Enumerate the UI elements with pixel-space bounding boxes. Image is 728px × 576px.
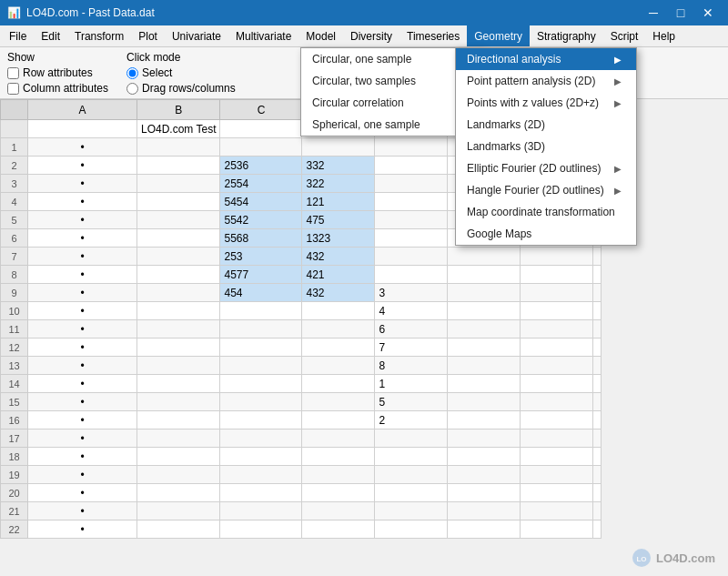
title-bar-controls[interactable]: ─ □ ✕ [641, 0, 721, 25]
menu-item-diversity[interactable]: Diversity [343, 25, 399, 46]
table-cell[interactable] [593, 357, 602, 375]
col-header-B[interactable]: B [137, 100, 220, 120]
table-cell[interactable]: • [28, 502, 137, 520]
table-cell[interactable] [448, 520, 521, 539]
table-cell[interactable]: 421 [302, 266, 375, 284]
menu-item-transform[interactable]: Transform [67, 25, 131, 46]
table-cell[interactable] [375, 229, 448, 248]
table-cell[interactable]: • [28, 520, 137, 539]
table-cell[interactable] [521, 411, 593, 429]
geometry-menu-item-3[interactable]: Landmarks (2D) [456, 114, 636, 136]
table-cell[interactable]: 475 [302, 211, 375, 229]
menu-item-help[interactable]: Help [645, 25, 682, 46]
table-cell[interactable] [137, 375, 220, 393]
geometry-menu-item-1[interactable]: Point pattern analysis (2D)▶ [456, 70, 636, 92]
maximize-button[interactable]: □ [668, 0, 693, 25]
table-cell[interactable] [521, 266, 593, 284]
table-cell[interactable] [220, 429, 302, 448]
table-cell[interactable] [137, 302, 220, 320]
table-cell[interactable] [220, 484, 302, 502]
table-cell[interactable] [137, 320, 220, 339]
col-header-C[interactable]: C [220, 100, 302, 120]
geometry-menu-item-6[interactable]: Hangle Fourier (2D outlines)▶ [456, 179, 636, 201]
row-attrs-checkbox[interactable] [7, 67, 19, 79]
table-cell[interactable]: • [28, 375, 137, 393]
geometry-menu-item-0[interactable]: Directional analysis▶ [456, 48, 636, 70]
table-cell[interactable]: 2536 [220, 157, 302, 175]
table-cell[interactable]: 2 [375, 411, 448, 429]
table-cell[interactable] [375, 502, 448, 520]
table-cell[interactable] [593, 429, 602, 448]
table-cell[interactable]: 432 [302, 284, 375, 302]
table-cell[interactable] [302, 302, 375, 320]
table-cell[interactable]: 454 [220, 284, 302, 302]
table-cell[interactable] [302, 357, 375, 375]
table-cell[interactable] [593, 266, 602, 284]
table-cell[interactable] [448, 411, 521, 429]
table-cell[interactable] [220, 393, 302, 411]
table-cell[interactable] [375, 248, 448, 266]
geometry-menu-item-8[interactable]: Google Maps [456, 223, 636, 245]
table-cell[interactable] [521, 284, 593, 302]
table-cell[interactable] [448, 248, 521, 266]
table-cell[interactable] [593, 448, 602, 466]
table-cell[interactable] [137, 229, 220, 248]
table-cell[interactable] [521, 393, 593, 411]
table-cell[interactable] [302, 520, 375, 539]
table-cell[interactable] [137, 484, 220, 502]
table-cell[interactable] [593, 320, 602, 339]
table-cell[interactable]: • [28, 302, 137, 320]
table-cell[interactable] [137, 248, 220, 266]
table-cell[interactable] [137, 357, 220, 375]
table-cell[interactable]: 4577 [220, 266, 302, 284]
table-cell[interactable]: • [28, 448, 137, 466]
menu-item-plot[interactable]: Plot [131, 25, 165, 46]
table-cell[interactable] [521, 502, 593, 520]
table-cell[interactable] [375, 429, 448, 448]
table-cell[interactable] [220, 138, 302, 157]
table-cell[interactable] [137, 393, 220, 411]
table-cell[interactable] [220, 520, 302, 539]
table-cell[interactable] [137, 466, 220, 484]
table-cell[interactable] [302, 411, 375, 429]
table-cell[interactable]: • [28, 138, 137, 157]
table-cell[interactable] [302, 320, 375, 339]
table-cell[interactable] [375, 484, 448, 502]
table-cell[interactable] [521, 429, 593, 448]
table-cell[interactable] [375, 138, 448, 157]
table-cell[interactable] [137, 502, 220, 520]
table-cell[interactable] [220, 466, 302, 484]
table-cell[interactable]: • [28, 393, 137, 411]
table-cell[interactable]: • [28, 193, 137, 211]
table-cell[interactable] [302, 448, 375, 466]
table-cell[interactable] [137, 157, 220, 175]
table-cell[interactable] [448, 284, 521, 302]
close-button[interactable]: ✕ [695, 0, 721, 25]
table-cell[interactable]: • [28, 320, 137, 339]
table-cell[interactable] [220, 320, 302, 339]
table-cell[interactable] [137, 284, 220, 302]
table-cell[interactable] [137, 429, 220, 448]
table-cell[interactable] [220, 357, 302, 375]
table-cell[interactable] [521, 466, 593, 484]
table-cell[interactable] [137, 193, 220, 211]
table-cell[interactable] [593, 393, 602, 411]
table-cell[interactable] [137, 138, 220, 157]
table-cell[interactable] [521, 375, 593, 393]
table-cell[interactable] [302, 429, 375, 448]
table-cell[interactable] [448, 357, 521, 375]
table-cell[interactable]: • [28, 339, 137, 357]
table-cell[interactable] [137, 520, 220, 539]
table-cell[interactable] [220, 339, 302, 357]
menu-item-geometry[interactable]: Geometry [467, 25, 530, 46]
table-cell[interactable] [375, 157, 448, 175]
select-radio[interactable] [126, 67, 138, 79]
table-cell[interactable]: 1323 [302, 229, 375, 248]
menu-item-model[interactable]: Model [298, 25, 343, 46]
table-cell[interactable] [448, 502, 521, 520]
table-cell[interactable] [302, 466, 375, 484]
table-cell[interactable] [137, 411, 220, 429]
table-cell[interactable] [521, 357, 593, 375]
menu-item-edit[interactable]: Edit [34, 25, 67, 46]
table-cell[interactable] [137, 266, 220, 284]
